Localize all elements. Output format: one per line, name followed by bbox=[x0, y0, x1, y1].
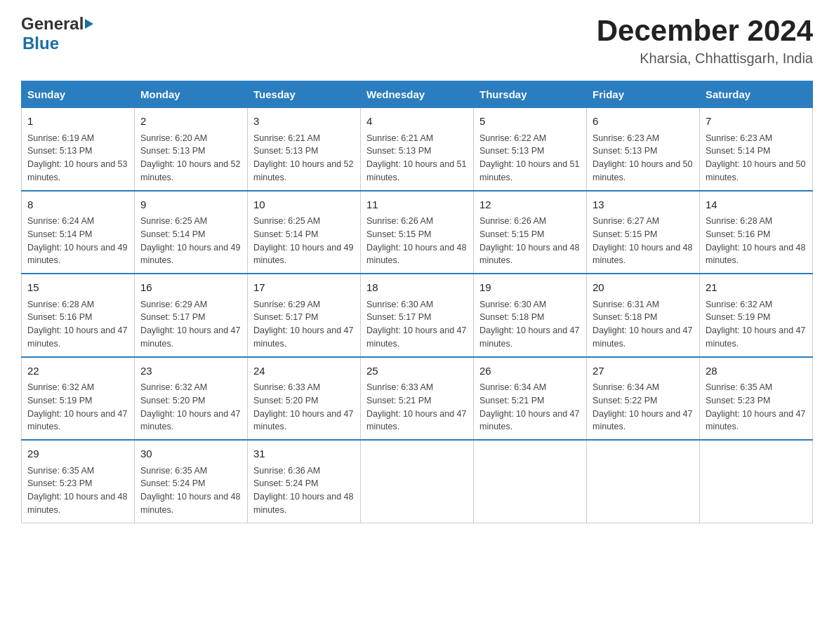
week-row-5: 29Sunrise: 6:35 AMSunset: 5:23 PMDayligh… bbox=[22, 440, 813, 523]
day-number: 29 bbox=[27, 446, 128, 462]
day-info: Sunrise: 6:35 AMSunset: 5:24 PMDaylight:… bbox=[140, 466, 240, 515]
day-info: Sunrise: 6:24 AMSunset: 5:14 PMDaylight:… bbox=[27, 216, 127, 265]
day-info: Sunrise: 6:19 AMSunset: 5:13 PMDaylight:… bbox=[27, 133, 127, 182]
calendar-cell: 20Sunrise: 6:31 AMSunset: 5:18 PMDayligh… bbox=[587, 274, 700, 357]
calendar-cell: 6Sunrise: 6:23 AMSunset: 5:13 PMDaylight… bbox=[587, 108, 700, 191]
day-number: 19 bbox=[479, 280, 581, 296]
day-info: Sunrise: 6:28 AMSunset: 5:16 PMDaylight:… bbox=[706, 216, 805, 265]
day-number: 9 bbox=[140, 197, 241, 213]
day-info: Sunrise: 6:33 AMSunset: 5:20 PMDaylight:… bbox=[253, 382, 353, 431]
calendar-cell: 7Sunrise: 6:23 AMSunset: 5:14 PMDaylight… bbox=[700, 108, 813, 191]
day-header-saturday: Saturday bbox=[700, 81, 813, 108]
day-info: Sunrise: 6:20 AMSunset: 5:13 PMDaylight:… bbox=[140, 133, 240, 182]
week-row-1: 1Sunrise: 6:19 AMSunset: 5:13 PMDaylight… bbox=[22, 108, 813, 191]
logo-general-text: General bbox=[21, 14, 84, 34]
calendar-cell: 3Sunrise: 6:21 AMSunset: 5:13 PMDaylight… bbox=[248, 108, 361, 191]
location-subtitle: Kharsia, Chhattisgarh, India bbox=[597, 51, 813, 67]
day-number: 7 bbox=[706, 114, 807, 130]
calendar-cell: 5Sunrise: 6:22 AMSunset: 5:13 PMDaylight… bbox=[474, 108, 587, 191]
day-info: Sunrise: 6:29 AMSunset: 5:17 PMDaylight:… bbox=[140, 300, 240, 349]
day-number: 20 bbox=[593, 280, 694, 296]
calendar-cell: 23Sunrise: 6:32 AMSunset: 5:20 PMDayligh… bbox=[135, 357, 248, 441]
calendar-cell: 15Sunrise: 6:28 AMSunset: 5:16 PMDayligh… bbox=[22, 274, 135, 357]
day-info: Sunrise: 6:27 AMSunset: 5:15 PMDaylight:… bbox=[593, 216, 692, 265]
day-info: Sunrise: 6:36 AMSunset: 5:24 PMDaylight:… bbox=[253, 466, 353, 515]
day-info: Sunrise: 6:26 AMSunset: 5:15 PMDaylight:… bbox=[479, 216, 579, 265]
day-info: Sunrise: 6:25 AMSunset: 5:14 PMDaylight:… bbox=[140, 216, 240, 265]
day-number: 24 bbox=[253, 363, 355, 380]
day-number: 21 bbox=[706, 280, 807, 296]
day-number: 23 bbox=[140, 363, 241, 380]
day-number: 14 bbox=[706, 197, 807, 213]
calendar-cell: 13Sunrise: 6:27 AMSunset: 5:15 PMDayligh… bbox=[587, 191, 700, 274]
calendar-cell: 16Sunrise: 6:29 AMSunset: 5:17 PMDayligh… bbox=[135, 274, 248, 357]
logo-blue-text: Blue bbox=[22, 34, 59, 53]
day-info: Sunrise: 6:32 AMSunset: 5:19 PMDaylight:… bbox=[27, 382, 127, 431]
day-number: 1 bbox=[27, 114, 128, 130]
day-info: Sunrise: 6:34 AMSunset: 5:22 PMDaylight:… bbox=[593, 382, 692, 431]
day-info: Sunrise: 6:29 AMSunset: 5:17 PMDaylight:… bbox=[253, 300, 353, 349]
day-info: Sunrise: 6:21 AMSunset: 5:13 PMDaylight:… bbox=[366, 133, 466, 182]
day-header-monday: Monday bbox=[135, 81, 248, 108]
day-number: 3 bbox=[253, 114, 355, 130]
calendar-cell: 8Sunrise: 6:24 AMSunset: 5:14 PMDaylight… bbox=[22, 191, 135, 274]
day-info: Sunrise: 6:25 AMSunset: 5:14 PMDaylight:… bbox=[253, 216, 353, 265]
calendar-cell: 25Sunrise: 6:33 AMSunset: 5:21 PMDayligh… bbox=[361, 357, 474, 441]
logo: General Blue bbox=[21, 14, 93, 53]
calendar-cell: 22Sunrise: 6:32 AMSunset: 5:19 PMDayligh… bbox=[22, 357, 135, 441]
day-number: 27 bbox=[593, 363, 694, 380]
day-number: 13 bbox=[593, 197, 694, 213]
calendar-cell: 27Sunrise: 6:34 AMSunset: 5:22 PMDayligh… bbox=[587, 357, 700, 441]
day-info: Sunrise: 6:21 AMSunset: 5:13 PMDaylight:… bbox=[253, 133, 353, 182]
day-number: 6 bbox=[593, 114, 694, 130]
day-info: Sunrise: 6:33 AMSunset: 5:21 PMDaylight:… bbox=[366, 382, 466, 431]
title-area: December 2024 Kharsia, Chhattisgarh, Ind… bbox=[597, 14, 813, 67]
day-info: Sunrise: 6:32 AMSunset: 5:19 PMDaylight:… bbox=[706, 300, 805, 349]
calendar-cell: 2Sunrise: 6:20 AMSunset: 5:13 PMDaylight… bbox=[135, 108, 248, 191]
calendar-cell: 18Sunrise: 6:30 AMSunset: 5:17 PMDayligh… bbox=[361, 274, 474, 357]
day-number: 18 bbox=[366, 280, 468, 296]
calendar-cell: 26Sunrise: 6:34 AMSunset: 5:21 PMDayligh… bbox=[474, 357, 587, 441]
calendar-cell: 10Sunrise: 6:25 AMSunset: 5:14 PMDayligh… bbox=[248, 191, 361, 274]
day-number: 31 bbox=[253, 446, 355, 462]
calendar-cell: 28Sunrise: 6:35 AMSunset: 5:23 PMDayligh… bbox=[700, 357, 813, 441]
day-info: Sunrise: 6:35 AMSunset: 5:23 PMDaylight:… bbox=[27, 466, 127, 515]
day-number: 11 bbox=[366, 197, 468, 213]
day-info: Sunrise: 6:28 AMSunset: 5:16 PMDaylight:… bbox=[27, 300, 127, 349]
day-number: 4 bbox=[366, 114, 468, 130]
calendar-cell: 9Sunrise: 6:25 AMSunset: 5:14 PMDaylight… bbox=[135, 191, 248, 274]
calendar-cell: 31Sunrise: 6:36 AMSunset: 5:24 PMDayligh… bbox=[248, 440, 361, 523]
week-row-4: 22Sunrise: 6:32 AMSunset: 5:19 PMDayligh… bbox=[22, 357, 813, 441]
day-info: Sunrise: 6:22 AMSunset: 5:13 PMDaylight:… bbox=[479, 133, 579, 182]
calendar-cell bbox=[700, 440, 813, 523]
day-header-tuesday: Tuesday bbox=[248, 81, 361, 108]
logo-triangle-icon bbox=[85, 19, 93, 29]
calendar-cell: 4Sunrise: 6:21 AMSunset: 5:13 PMDaylight… bbox=[361, 108, 474, 191]
calendar-cell bbox=[474, 440, 587, 523]
calendar-cell: 14Sunrise: 6:28 AMSunset: 5:16 PMDayligh… bbox=[700, 191, 813, 274]
day-info: Sunrise: 6:35 AMSunset: 5:23 PMDaylight:… bbox=[706, 382, 805, 431]
day-info: Sunrise: 6:30 AMSunset: 5:18 PMDaylight:… bbox=[479, 300, 579, 349]
day-info: Sunrise: 6:32 AMSunset: 5:20 PMDaylight:… bbox=[140, 382, 240, 431]
calendar-cell: 24Sunrise: 6:33 AMSunset: 5:20 PMDayligh… bbox=[248, 357, 361, 441]
calendar-cell: 29Sunrise: 6:35 AMSunset: 5:23 PMDayligh… bbox=[22, 440, 135, 523]
day-info: Sunrise: 6:23 AMSunset: 5:13 PMDaylight:… bbox=[593, 133, 692, 182]
week-row-3: 15Sunrise: 6:28 AMSunset: 5:16 PMDayligh… bbox=[22, 274, 813, 357]
day-info: Sunrise: 6:30 AMSunset: 5:17 PMDaylight:… bbox=[366, 300, 466, 349]
calendar-cell: 30Sunrise: 6:35 AMSunset: 5:24 PMDayligh… bbox=[135, 440, 248, 523]
calendar-cell: 12Sunrise: 6:26 AMSunset: 5:15 PMDayligh… bbox=[474, 191, 587, 274]
day-number: 10 bbox=[253, 197, 355, 213]
day-info: Sunrise: 6:31 AMSunset: 5:18 PMDaylight:… bbox=[593, 300, 692, 349]
day-number: 16 bbox=[140, 280, 241, 296]
day-info: Sunrise: 6:23 AMSunset: 5:14 PMDaylight:… bbox=[706, 133, 805, 182]
calendar-header-row: SundayMondayTuesdayWednesdayThursdayFrid… bbox=[22, 81, 813, 108]
day-info: Sunrise: 6:26 AMSunset: 5:15 PMDaylight:… bbox=[366, 216, 466, 265]
day-header-thursday: Thursday bbox=[474, 81, 587, 108]
day-number: 17 bbox=[253, 280, 355, 296]
day-number: 28 bbox=[706, 363, 807, 380]
week-row-2: 8Sunrise: 6:24 AMSunset: 5:14 PMDaylight… bbox=[22, 191, 813, 274]
day-number: 2 bbox=[140, 114, 241, 130]
day-number: 12 bbox=[479, 197, 581, 213]
calendar-table: SundayMondayTuesdayWednesdayThursdayFrid… bbox=[21, 81, 813, 523]
calendar-cell: 17Sunrise: 6:29 AMSunset: 5:17 PMDayligh… bbox=[248, 274, 361, 357]
